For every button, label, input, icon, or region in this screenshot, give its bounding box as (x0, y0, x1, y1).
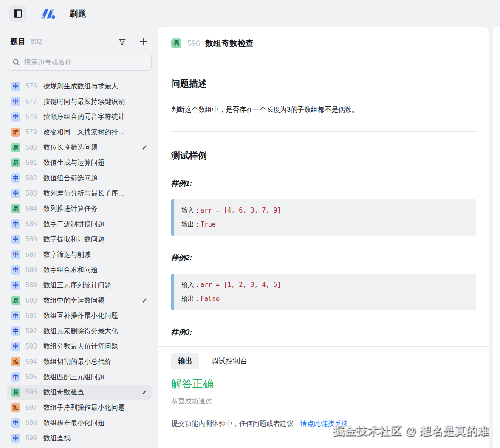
difficulty-badge: 中 (11, 250, 20, 259)
right-panel-edge (493, 27, 500, 448)
examples-heading: 测试样例 (171, 150, 476, 162)
problem-list-item[interactable]: 中591数组互补操作最小化问题 (7, 308, 152, 323)
problem-title: 数组分数最大值计算问题 (43, 342, 118, 351)
problem-list-item[interactable]: 难579改变相同二叉搜索树的排... (7, 125, 152, 140)
problem-list-item[interactable]: 中599数组查找 (7, 431, 152, 446)
add-problem-icon[interactable] (139, 37, 147, 46)
problem-list-item[interactable]: 易590数组中的幸运数问题✓ (7, 293, 152, 308)
tab-debug-console[interactable]: 调试控制台 (211, 353, 247, 369)
code-text: arr = [1, 2, 3, 4, 5] (201, 281, 281, 289)
problem-list-item[interactable]: 中585数字二进制拼接问题 (7, 216, 152, 232)
problem-id: 580 (25, 144, 41, 151)
app-logo-icon[interactable] (37, 6, 58, 21)
problem-list-item[interactable]: 中588数字组合求和问题 (7, 262, 152, 278)
code-text: False (201, 295, 220, 303)
code-line: 输入：arr = [1, 2, 3, 4, 5] (181, 278, 468, 292)
problem-title: 按顺序组合的元音字符统计 (43, 113, 125, 122)
difficulty-badge: 易 (11, 204, 20, 213)
problem-id: 592 (25, 327, 41, 335)
problem-list-item[interactable]: 中587数字筛选与削减 (7, 247, 152, 262)
problem-list-item[interactable]: 中593数组分数最大值计算问题 (7, 339, 152, 354)
app-title: 刷题 (69, 8, 86, 20)
topbar: 刷题 (0, 0, 500, 27)
io-label: 输出： (181, 221, 201, 228)
problem-id: 582 (25, 174, 41, 182)
problem-id: 588 (25, 266, 41, 274)
difficulty-badge: 中 (11, 82, 20, 91)
difficulty-badge: 中 (11, 281, 20, 290)
problem-list-item[interactable]: 难597数组子序列操作最小化问题 (7, 400, 152, 415)
feedback-link[interactable]: 请点此链接反馈 (300, 420, 348, 427)
code-line: 输入：arr = [4, 6, 3, 7, 9] (181, 204, 468, 218)
examples-container: 样例1:输入：arr = [4, 6, 3, 7, 9]输出：True样例2:输… (171, 179, 476, 346)
problem-id: 595 (25, 373, 41, 381)
difficulty-badge: 中 (11, 418, 20, 428)
problem-list-item[interactable]: 中576按规则生成数组与求最大... (7, 79, 152, 94)
problem-id: 578 (25, 113, 41, 121)
difficulty-badge: 易 (171, 38, 181, 48)
io-label: 输出： (181, 295, 201, 303)
problem-title: 数组子序列操作最小化问题 (43, 403, 125, 412)
problem-id: 584 (25, 205, 41, 213)
output-tabs: 输出 调试控制台 (171, 353, 476, 369)
problem-id: 596 (187, 39, 200, 48)
problem-list-item[interactable]: 中598数组极差最小化问题 (7, 415, 152, 431)
difficulty-badge: 中 (11, 173, 20, 183)
result-status: 解答正确 (171, 377, 476, 391)
difficulty-badge: 中 (11, 265, 20, 275)
problem-list-item[interactable]: 中586数字提取和计数问题 (7, 232, 152, 247)
sidebar: 题目 602 搜索题号或名称 (0, 27, 158, 448)
problem-list-item[interactable]: 易584数列推进计算任务 (7, 201, 152, 216)
difficulty-badge: 中 (11, 311, 20, 320)
problem-title: 数列差值分析与最长子序... (43, 189, 124, 198)
problem-id: 587 (25, 251, 41, 258)
panel-gap (489, 27, 493, 448)
filter-icon[interactable] (118, 38, 126, 46)
difficulty-badge: 中 (11, 342, 20, 351)
feedback-text: 提交功能内测体验中，任何问题或者建议：请点此链接反馈 (171, 420, 476, 428)
problem-list-item[interactable]: 中592数组元素删除得分最大化 (7, 323, 152, 339)
problem-id: 594 (25, 358, 41, 366)
problem-id: 585 (25, 220, 41, 228)
problem-title: 数位长度筛选问题 (43, 143, 98, 152)
problem-title: 数组中的幸运数问题 (43, 296, 105, 305)
problem-title: 数组元素删除得分最大化 (43, 327, 118, 336)
difficulty-badge: 难 (11, 403, 20, 412)
search-placeholder: 搜索题号或名称 (24, 58, 72, 67)
problem-id: 579 (25, 128, 41, 136)
problem-title: 数组极差最小化问题 (43, 419, 105, 428)
check-icon: ✓ (139, 388, 147, 397)
problem-list-item[interactable]: 中577按键时间与最长持续键识别 (7, 94, 152, 109)
problem-list-item[interactable]: 中583数列差值分析与最长子序... (7, 186, 152, 201)
problem-title: 数组奇数检查 (205, 38, 254, 49)
code-line: 输出：True (181, 218, 468, 232)
problem-id: 590 (25, 297, 41, 304)
example-label: 样例1: (171, 179, 476, 188)
example-label: 样例2: (171, 253, 476, 263)
problems-label: 题目 (10, 37, 25, 47)
problem-list-item[interactable]: 中595数组匹配三元组问题 (7, 369, 152, 385)
problem-list-item[interactable]: 中589数组三元序列统计问题 (7, 278, 152, 293)
difficulty-badge: 中 (11, 97, 20, 106)
difficulty-badge: 中 (11, 326, 20, 336)
search-input[interactable]: 搜索题号或名称 (7, 54, 152, 71)
problem-list-item[interactable]: 中582数值组合筛选问题 (7, 170, 152, 186)
description-heading: 问题描述 (171, 78, 476, 90)
problem-title: 改变相同二叉搜索树的排... (43, 128, 124, 137)
problem-list-item[interactable]: 易596数组奇数检查✓ (7, 385, 152, 400)
sidebar-toggle-button[interactable] (9, 5, 26, 22)
problem-id: 593 (25, 343, 41, 350)
problems-count: 602 (31, 38, 42, 45)
problem-id: 583 (25, 190, 41, 197)
problem-list-item[interactable]: 易581数值生成与运算问题 (7, 155, 152, 170)
tab-output[interactable]: 输出 (171, 353, 199, 369)
problem-list: 中576按规则生成数组与求最大...中577按键时间与最长持续键识别中578按顺… (0, 79, 158, 446)
sidebar-header: 题目 602 (0, 27, 158, 47)
problem-list-item[interactable]: 难594数组切割的最小总代价 (7, 354, 152, 369)
result-message: 恭喜成功通过 (171, 397, 476, 406)
problem-list-item[interactable]: 中578按顺序组合的元音字符统计 (7, 109, 152, 125)
code-text: arr = [4, 6, 3, 7, 9] (201, 207, 281, 214)
problem-list-item[interactable]: 易580数位长度筛选问题✓ (7, 140, 152, 155)
main-panel: 易 596 数组奇数检查 问题描述 判断这个数组中，是否存在一个长度为3的子数组… (158, 27, 489, 448)
problem-title: 数字提取和计数问题 (43, 235, 105, 244)
